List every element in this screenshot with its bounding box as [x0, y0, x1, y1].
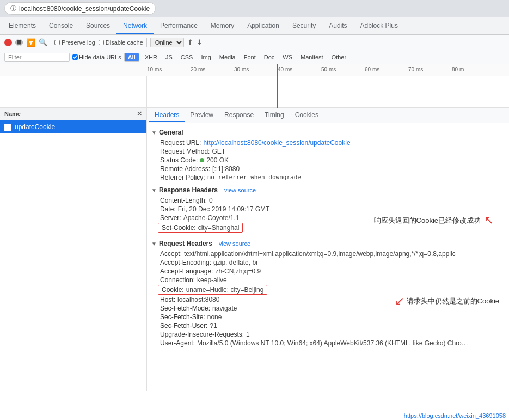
- tab-sources[interactable]: Sources: [79, 19, 116, 34]
- throttle-select[interactable]: Online: [150, 38, 184, 47]
- filter-icon[interactable]: 🔽: [26, 38, 35, 47]
- media-filter[interactable]: Media: [217, 53, 238, 61]
- tab-timing[interactable]: Timing: [259, 109, 290, 122]
- status-code-value: 200 OK: [206, 156, 229, 164]
- request-annotation-text: 请求头中仍然是之前的Cookie: [407, 296, 499, 306]
- accept-key: Accept:: [160, 250, 182, 258]
- close-panel-icon[interactable]: ✕: [137, 110, 142, 118]
- img-filter[interactable]: Img: [198, 53, 213, 61]
- tab-network[interactable]: Network: [116, 19, 154, 34]
- request-headers-header[interactable]: ▼ Request Headers view source: [151, 240, 505, 247]
- accept-encoding-value: gzip, deflate, br: [213, 259, 258, 266]
- accept-language-key: Accept-Language:: [160, 267, 213, 275]
- ruler-20ms: 20 ms: [191, 66, 205, 72]
- tab-security[interactable]: Security: [286, 19, 322, 34]
- tab-performance[interactable]: Performance: [154, 19, 204, 34]
- tab-application[interactable]: Application: [241, 19, 286, 34]
- referrer-policy-value: no-referrer-when-downgrade: [207, 174, 301, 181]
- tab-memory[interactable]: Memory: [204, 19, 241, 34]
- host-key: Host:: [160, 296, 175, 303]
- font-filter[interactable]: Font: [241, 53, 259, 61]
- manifest-filter[interactable]: Manifest: [298, 53, 326, 61]
- request-method-key: Request Method:: [160, 148, 210, 155]
- response-date-row: Date: Fri, 20 Dec 2019 14:09:17 GMT: [151, 205, 505, 214]
- sec-fetch-user-key: Sec-Fetch-User:: [160, 322, 207, 330]
- tab-adblock[interactable]: Adblock Plus: [354, 19, 404, 34]
- set-cookie-key: Set-Cookie:: [162, 224, 196, 232]
- connection-key: Connection:: [160, 276, 195, 284]
- address-bar[interactable]: ⓘ localhost:8080/cookie_session/updateCo…: [4, 2, 156, 15]
- request-cookie-annotation: ↙ 请求头中仍然是之前的Cookie: [395, 294, 499, 308]
- response-headers-triangle-icon: ▼: [151, 187, 157, 193]
- status-dot-icon: [200, 158, 204, 162]
- req-accept-encoding-row: Accept-Encoding: gzip, deflate, br: [151, 258, 505, 267]
- timeline-chart: [0, 76, 509, 108]
- sec-fetch-mode-value: navigate: [212, 305, 237, 312]
- general-request-url-row: Request URL: http://localhost:8080/cooki…: [151, 138, 505, 147]
- request-url-key: Request URL:: [160, 139, 201, 147]
- remote-address-value: [::1]:8080: [212, 165, 240, 173]
- ruler-70ms: 70 ms: [408, 66, 423, 72]
- doc-filter[interactable]: Doc: [261, 53, 278, 61]
- hide-data-urls-checkbox[interactable]: Hide data URLs: [72, 54, 121, 60]
- ws-filter[interactable]: WS: [280, 53, 295, 61]
- server-value: Apache-Coyote/1.1: [183, 214, 240, 222]
- ruler-60ms: 60 ms: [365, 66, 379, 72]
- req-accept-row: Accept: text/html,application/xhtml+xml,…: [151, 249, 505, 258]
- req-upgrade-row: Upgrade-Insecure-Requests: 1: [151, 330, 505, 339]
- network-toolbar: ⬛ 🔽 🔍 Preserve log Disable cache Online …: [0, 35, 509, 50]
- ruler-80ms: 80 m: [452, 66, 464, 72]
- content-length-value: 0: [209, 197, 213, 204]
- other-filter[interactable]: Other: [329, 53, 349, 61]
- xhr-filter[interactable]: XHR: [142, 53, 160, 61]
- upgrade-key: Upgrade-Insecure-Requests:: [160, 331, 244, 338]
- upload-icon: ⬆: [187, 38, 193, 46]
- search-icon[interactable]: 🔍: [39, 38, 47, 46]
- request-item-name: updateCookie: [15, 123, 55, 131]
- request-url-value: http://localhost:8080/cookie_session/upd…: [203, 139, 350, 147]
- response-headers-header[interactable]: ▼ Response Headers view source: [151, 186, 505, 194]
- download-icon: ⬇: [197, 38, 203, 46]
- ruler-50ms: 50 ms: [321, 66, 336, 72]
- filter-input[interactable]: [4, 53, 70, 62]
- url-text: localhost:8080/cookie_session/updateCook…: [19, 5, 150, 13]
- tab-response[interactable]: Response: [219, 109, 259, 122]
- general-address-row: Remote Address: [::1]:8080: [151, 165, 505, 173]
- general-referrer-row: Referrer Policy: no-referrer-when-downgr…: [151, 173, 505, 182]
- stop-button[interactable]: ⬛: [15, 39, 23, 46]
- connection-value: keep-alive: [197, 276, 227, 284]
- tab-cookies[interactable]: Cookies: [290, 109, 324, 122]
- ruler-10ms: 10 ms: [147, 66, 162, 72]
- preserve-log-checkbox[interactable]: Preserve log: [54, 39, 95, 46]
- response-arrow-icon: ↙: [484, 214, 494, 228]
- record-button[interactable]: [4, 39, 12, 46]
- tab-console[interactable]: Console: [42, 19, 79, 34]
- js-filter[interactable]: JS: [163, 53, 175, 61]
- remote-address-key: Remote Address:: [160, 165, 210, 173]
- request-headers-view-source[interactable]: view source: [219, 240, 250, 247]
- general-section-header[interactable]: ▼ General: [151, 129, 505, 136]
- date-key: Date:: [160, 205, 176, 213]
- response-headers-section: ▼ Response Headers view source Content-L…: [151, 186, 505, 233]
- status-code-key: Status Code:: [160, 156, 198, 164]
- info-icon: ⓘ: [10, 4, 16, 13]
- date-value: Fri, 20 Dec 2019 14:09:17 GMT: [178, 205, 270, 213]
- timeline-cursor: [277, 64, 278, 108]
- tab-preview[interactable]: Preview: [185, 109, 219, 122]
- request-headers-triangle-icon: ▼: [151, 241, 157, 247]
- request-list-header: Name ✕: [0, 108, 146, 120]
- request-item-updatecookie[interactable]: updateCookie: [0, 120, 146, 133]
- ruler-30ms: 30 ms: [234, 66, 249, 72]
- sec-fetch-site-value: none: [207, 313, 222, 321]
- request-headers-section: ▼ Request Headers view source Accept: te…: [151, 240, 505, 348]
- all-filter-button[interactable]: All: [124, 53, 139, 62]
- accept-encoding-key: Accept-Encoding:: [160, 259, 211, 266]
- disable-cache-checkbox[interactable]: Disable cache: [99, 39, 143, 46]
- tab-elements[interactable]: Elements: [2, 19, 42, 34]
- response-headers-view-source[interactable]: view source: [224, 187, 256, 193]
- tab-headers[interactable]: Headers: [149, 109, 185, 122]
- request-list: Name ✕ updateCookie: [0, 108, 147, 391]
- response-cookie-annotation: 响应头返回的Cookie已经修改成功 ↙: [374, 214, 494, 228]
- tab-audits[interactable]: Audits: [322, 19, 353, 34]
- css-filter[interactable]: CSS: [178, 53, 196, 61]
